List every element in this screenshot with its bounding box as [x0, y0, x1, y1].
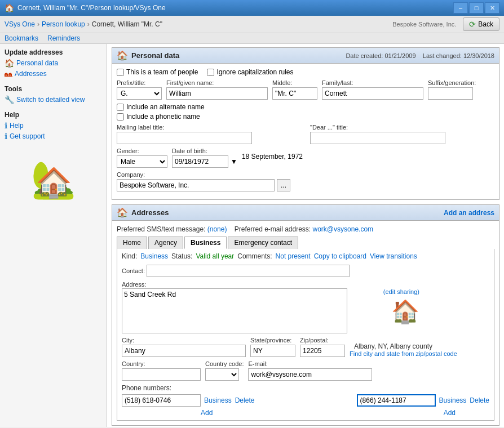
ignore-cap-checkbox-label[interactable]: Ignore capitalization rules [207, 68, 293, 76]
prefix-select[interactable]: G. [117, 87, 162, 100]
kind-value[interactable]: Business [140, 252, 168, 260]
company-more-button[interactable]: ... [277, 179, 290, 191]
bookmarks-link[interactable]: Bookmarks [5, 34, 38, 42]
preferred-sms-link[interactable]: (none) [207, 225, 227, 233]
ignore-cap-checkbox[interactable] [207, 69, 214, 76]
tab-home[interactable]: Home [117, 237, 147, 249]
tab-content-business: Kind: Business Status: Valid all year Co… [117, 249, 494, 421]
bespoke-label: Bespoke Software, Inc. [392, 21, 456, 28]
zip-input[interactable] [300, 345, 345, 357]
company-input[interactable] [117, 179, 275, 191]
email-input[interactable] [248, 368, 372, 381]
personal-data-header: 🏠 Personal data Date created: 01/21/2009… [112, 48, 499, 64]
dob-dropdown-icon[interactable]: ▼ [231, 158, 237, 166]
phonetic-name-checkbox[interactable] [117, 113, 124, 121]
phone2-delete-link[interactable]: Delete [470, 396, 489, 404]
maximize-button[interactable]: □ [469, 2, 484, 14]
breadcrumb-current: Cornett, William "Mr. C" [92, 20, 162, 28]
state-field: State/province: [250, 337, 295, 357]
personal-data-meta: Date created: 01/21/2009 Last changed: 1… [346, 52, 494, 59]
sidebar-section-title-update: Update addresses [5, 48, 102, 56]
suffix-field: Suffix/generation: [428, 79, 476, 100]
contact-field: Contact: [122, 265, 489, 277]
phone2-input[interactable] [357, 394, 436, 407]
company-field: Company: ... [117, 171, 494, 191]
title-bar-title: Cornett, William "Mr. C"/Person lookup/V… [17, 4, 166, 12]
sidebar-illustration: 🏡 [5, 148, 102, 201]
addresses-section-icon: 🏠 [117, 207, 128, 218]
state-input[interactable] [250, 345, 295, 357]
city-input[interactable] [122, 345, 246, 357]
sidebar-switch-view[interactable]: Switch to detailed view [16, 96, 85, 104]
country-code-field: Country code: [205, 360, 244, 381]
phone1-add-link[interactable]: Add [201, 409, 213, 417]
sidebar-help: Help ℹ Help ℹ Get support [5, 111, 102, 141]
tab-business[interactable]: Business [184, 237, 227, 249]
mailing-row: Mailing label title: "Dear ..." title: [117, 124, 494, 144]
prefix-field: Prefix/title: G. [117, 79, 162, 100]
sidebar-support-link[interactable]: Get support [10, 132, 45, 140]
sidebar-tools-title: Tools [5, 85, 102, 93]
dear-title-input[interactable] [310, 132, 445, 144]
house-icon: 🏠 [5, 59, 14, 68]
sidebar-update-addresses: Update addresses 🏠 Personal data 🏘 Addre… [5, 48, 102, 78]
family-last-input[interactable] [322, 87, 423, 100]
alternate-name-checkbox[interactable] [117, 104, 124, 111]
preferred-row: Preferred SMS/text message: (none) Prefe… [117, 225, 494, 233]
address-area-row: 5 Sand Creek Rd (edit sharing) 🏠 [122, 288, 489, 333]
reminders-link[interactable]: Reminders [47, 34, 80, 42]
find-zip-link[interactable]: Find city and state from zip/postal code [350, 350, 457, 357]
back-button[interactable]: ⟳ Back [463, 17, 499, 31]
close-button[interactable]: ✕ [485, 2, 499, 14]
sidebar-help-link[interactable]: Help [10, 122, 24, 130]
phone1-delete-link[interactable]: Delete [235, 396, 255, 404]
tab-emergency[interactable]: Emergency contact [228, 237, 298, 249]
sidebar-addresses[interactable]: Addresses [15, 70, 47, 78]
addresses-icon: 🏘 [5, 69, 12, 78]
mailing-label-input[interactable] [117, 132, 252, 144]
comments-value[interactable]: Not present [276, 252, 311, 260]
back-icon: ⟳ [469, 20, 476, 29]
zip-field: Zip/postal: [300, 337, 345, 357]
contact-input[interactable] [147, 265, 350, 277]
country-input[interactable] [122, 368, 201, 381]
preferred-email-link[interactable]: work@vsysone.com [313, 225, 374, 233]
edit-sharing-link[interactable]: (edit sharing) [383, 288, 419, 295]
suffix-input[interactable] [428, 87, 473, 100]
company-row: Company: ... [117, 171, 494, 191]
dob-input[interactable] [172, 155, 228, 168]
phone-section: Phone numbers: Business Delete Business … [122, 384, 489, 417]
middle-field: Middle: [272, 79, 317, 100]
view-transitions-link[interactable]: View transitions [370, 252, 417, 260]
team-checkbox[interactable] [117, 69, 124, 76]
copy-to-clipboard-link[interactable]: Copy to clipboard [314, 252, 366, 260]
city-state-info: Albany, NY, Albany county [354, 342, 457, 350]
country-code-select[interactable] [205, 368, 239, 381]
first-name-input[interactable] [166, 87, 268, 100]
gender-field: Gender: Male [117, 148, 167, 168]
address-textarea[interactable]: 5 Sand Creek Rd [122, 288, 347, 333]
tab-agency[interactable]: Agency [148, 237, 183, 249]
dob-display: 18 September, 1972 [242, 153, 303, 163]
middle-input[interactable] [272, 87, 317, 100]
phone1-input[interactable] [122, 394, 201, 407]
team-checkbox-label[interactable]: This is a team of people [117, 68, 198, 76]
status-value[interactable]: Valid all year [196, 252, 234, 260]
phonetic-name-checkbox-label[interactable]: Include a phonetic name [117, 113, 494, 121]
breadcrumb-vsysone[interactable]: VSys One [5, 20, 35, 28]
gender-select[interactable]: Male [117, 155, 167, 168]
address-tabs: Home Agency Business Emergency contact [117, 237, 494, 249]
title-bar: 🏠 Cornett, William "Mr. C"/Person lookup… [0, 0, 504, 16]
add-address-link[interactable]: Add an address [444, 209, 494, 217]
phone2-type-link[interactable]: Business [439, 396, 467, 404]
wrench-icon: 🔧 [5, 95, 14, 104]
phone2-add-link[interactable]: Add [444, 409, 456, 417]
first-name-field: First/given name: [166, 79, 268, 100]
alternate-name-checkbox-label[interactable]: Include an alternate name [117, 103, 494, 111]
phone1-type-link[interactable]: Business [204, 396, 232, 404]
sidebar-personal-data[interactable]: Personal data [16, 59, 58, 67]
breadcrumb-person-lookup[interactable]: Person lookup [42, 20, 85, 28]
city-state-row: City: State/province: Zip/postal: A [122, 337, 489, 357]
minimize-button[interactable]: – [453, 2, 468, 14]
personal-data-icon: 🏠 [117, 50, 128, 61]
